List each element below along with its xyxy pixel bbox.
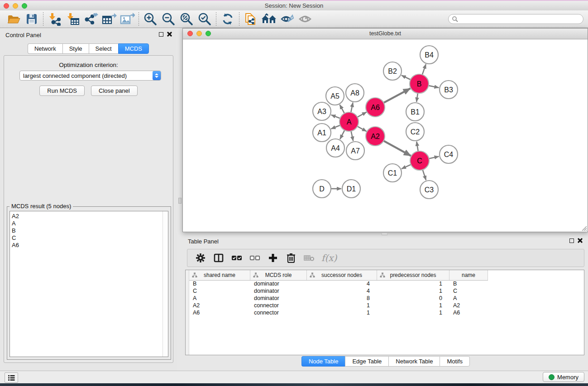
table-cell[interactable]: 8 bbox=[307, 295, 377, 301]
graph-node-A[interactable]: A bbox=[339, 112, 359, 131]
open-session-icon[interactable] bbox=[5, 11, 23, 27]
criterion-dropdown[interactable]: largest connected component (directed) bbox=[19, 71, 161, 81]
table-cell[interactable]: 1 bbox=[307, 302, 377, 309]
table-cell[interactable]: 4 bbox=[307, 288, 377, 294]
graph-node-B2[interactable]: B2 bbox=[383, 62, 402, 80]
graph-node-A4[interactable]: A4 bbox=[326, 139, 344, 157]
tab-network[interactable]: Network bbox=[28, 43, 62, 54]
zoom-out-icon[interactable] bbox=[159, 11, 177, 27]
graph-node-B4[interactable]: B4 bbox=[420, 46, 438, 64]
table-cell[interactable]: connector bbox=[250, 310, 307, 316]
graph-node-B1[interactable]: B1 bbox=[406, 103, 424, 121]
table-row[interactable]: A2connector11A2 bbox=[189, 302, 584, 309]
graph-edge-B-B3[interactable] bbox=[429, 86, 439, 88]
graph-edge-B-B4[interactable] bbox=[422, 64, 426, 75]
graph-edge-A-A5[interactable] bbox=[340, 105, 344, 113]
zoom-in-icon[interactable] bbox=[141, 11, 159, 27]
table-cell[interactable]: B bbox=[449, 281, 488, 287]
vertical-splitter-handle[interactable] bbox=[178, 198, 182, 204]
column-header-predecessor-nodes[interactable]: predecessor nodes bbox=[377, 270, 449, 280]
table-cell[interactable]: A2 bbox=[189, 302, 250, 309]
table-cell[interactable]: A6 bbox=[189, 310, 250, 316]
home-icon[interactable] bbox=[260, 11, 278, 27]
zoom-selected-icon[interactable] bbox=[196, 11, 214, 27]
column-header-shared-name[interactable]: shared name bbox=[189, 270, 250, 280]
graph-edge-A-A6[interactable] bbox=[357, 112, 366, 117]
tab-network-table[interactable]: Network Table bbox=[388, 356, 440, 367]
search-input[interactable] bbox=[458, 15, 583, 23]
export-network-icon[interactable] bbox=[82, 11, 100, 27]
hide-panels-icon[interactable] bbox=[278, 11, 296, 27]
table-row[interactable]: Cdominator41C bbox=[189, 287, 584, 295]
close-panel-button[interactable]: Close panel bbox=[91, 86, 138, 96]
close-table-panel-icon[interactable] bbox=[578, 238, 583, 243]
graph-node-D1[interactable]: D1 bbox=[342, 180, 360, 198]
graph-node-A2[interactable]: A2 bbox=[366, 127, 385, 146]
table-cell[interactable]: 1 bbox=[377, 281, 449, 287]
table-cell[interactable]: C bbox=[189, 288, 250, 294]
result-item[interactable]: A2 bbox=[10, 213, 168, 220]
graph-edge-C-C4[interactable] bbox=[429, 157, 439, 159]
function-builder-icon[interactable]: f(x) bbox=[321, 253, 337, 263]
graph-edge-C-C2[interactable] bbox=[416, 142, 418, 152]
table-cell[interactable]: A6 bbox=[449, 310, 488, 316]
zoom-fit-icon[interactable] bbox=[177, 11, 196, 27]
search-field[interactable] bbox=[448, 14, 583, 24]
tab-select[interactable]: Select bbox=[89, 43, 118, 54]
graph-edge-A-A4[interactable] bbox=[340, 130, 344, 139]
table-cell[interactable]: 4 bbox=[307, 281, 377, 287]
graph-node-C[interactable]: C bbox=[410, 151, 429, 170]
export-image-icon[interactable] bbox=[118, 11, 136, 27]
window-resize-grip[interactable] bbox=[581, 225, 587, 231]
graph-node-C1[interactable]: C1 bbox=[383, 164, 402, 182]
import-table-icon[interactable] bbox=[64, 11, 82, 27]
tab-style[interactable]: Style bbox=[62, 43, 89, 54]
graph-edge-A-A2[interactable] bbox=[357, 126, 366, 131]
result-item[interactable]: A6 bbox=[10, 242, 168, 249]
add-column-icon[interactable] bbox=[267, 252, 279, 264]
select-all-icon[interactable] bbox=[231, 252, 243, 264]
run-mcds-button[interactable]: Run MCDS bbox=[39, 86, 85, 96]
column-header-successor-nodes[interactable]: successor nodes bbox=[307, 270, 377, 280]
delete-table-icon[interactable] bbox=[303, 252, 315, 264]
table-row[interactable]: Adominator80A bbox=[189, 295, 584, 302]
table-cell[interactable]: 1 bbox=[377, 302, 449, 309]
table-cell[interactable]: dominator bbox=[250, 288, 307, 294]
table-cell[interactable]: dominator bbox=[250, 281, 307, 287]
delete-column-icon[interactable] bbox=[285, 252, 297, 264]
graph-edge-A-A8[interactable] bbox=[351, 103, 353, 113]
table-cell[interactable]: dominator bbox=[250, 295, 307, 301]
table-cell[interactable]: 1 bbox=[377, 310, 449, 316]
clone-network-icon[interactable] bbox=[242, 11, 260, 27]
graph-node-A3[interactable]: A3 bbox=[313, 102, 331, 120]
show-panels-icon[interactable] bbox=[296, 11, 314, 27]
graph-edge-A6-B[interactable] bbox=[384, 88, 411, 103]
result-scrollbar[interactable] bbox=[163, 211, 168, 357]
graph-node-C4[interactable]: C4 bbox=[440, 145, 458, 163]
table-row[interactable]: A6connector11A6 bbox=[189, 309, 584, 316]
tab-node-table[interactable]: Node Table bbox=[301, 356, 345, 367]
tab-motifs[interactable]: Motifs bbox=[440, 356, 470, 367]
graph-edge-A-A7[interactable] bbox=[351, 131, 353, 141]
graph-node-B[interactable]: B bbox=[410, 74, 429, 93]
table-settings-icon[interactable] bbox=[195, 252, 206, 264]
result-item[interactable]: C bbox=[10, 234, 168, 242]
float-table-panel-icon[interactable] bbox=[569, 238, 574, 243]
graph-node-A8[interactable]: A8 bbox=[346, 84, 364, 102]
close-panel-icon[interactable] bbox=[167, 32, 172, 37]
network-window-titlebar[interactable]: testGlobe.txt bbox=[183, 29, 588, 39]
graph-edge-C-C3[interactable] bbox=[423, 170, 426, 180]
refresh-layout-icon[interactable] bbox=[219, 11, 237, 27]
table-cell[interactable]: 1 bbox=[307, 310, 377, 316]
table-row[interactable]: Bdominator41B bbox=[189, 280, 584, 287]
memory-button[interactable]: Memory bbox=[543, 372, 584, 382]
graph-edge-A2-C[interactable] bbox=[383, 141, 411, 156]
import-network-icon[interactable] bbox=[46, 11, 64, 27]
graph-node-A7[interactable]: A7 bbox=[346, 142, 364, 160]
graph-node-C2[interactable]: C2 bbox=[406, 123, 424, 141]
result-item[interactable]: A bbox=[10, 220, 168, 227]
graph-node-C3[interactable]: C3 bbox=[420, 181, 438, 199]
node-table[interactable]: shared nameMCDS rolesuccessor nodesprede… bbox=[185, 270, 584, 355]
deselect-all-icon[interactable] bbox=[249, 252, 261, 264]
network-canvas[interactable]: AA1A2A3A4A5A6A7A8BB1B2B3B4CC1C2C3C4DD1 bbox=[183, 39, 588, 232]
